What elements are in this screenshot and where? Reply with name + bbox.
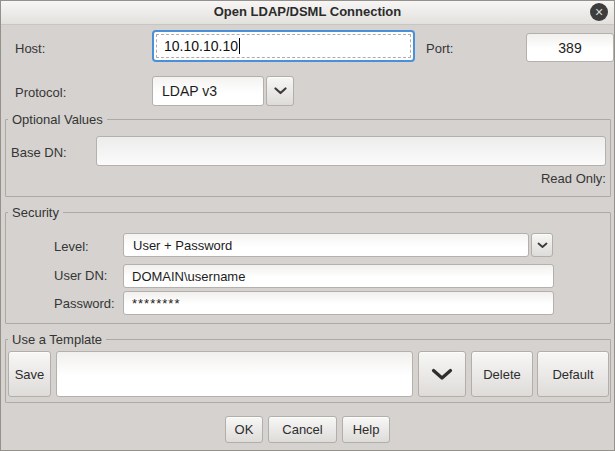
level-value: User + Password bbox=[133, 238, 232, 253]
host-value: 10.10.10.10 bbox=[164, 38, 240, 54]
user-dn-label: User DN: bbox=[54, 268, 107, 283]
protocol-label: Protocol: bbox=[15, 85, 66, 100]
window-title: Open LDAP/DSML Connection bbox=[1, 4, 614, 19]
host-input[interactable]: 10.10.10.10 bbox=[152, 30, 415, 62]
delete-button[interactable]: Delete bbox=[471, 351, 533, 397]
password-input[interactable] bbox=[123, 291, 554, 315]
open-ldap-dialog: Open LDAP/DSML Connection ✕ Host: 10.10.… bbox=[0, 0, 615, 451]
chevron-down-icon bbox=[274, 87, 287, 95]
default-button[interactable]: Default bbox=[537, 351, 609, 397]
template-legend: Use a Template bbox=[8, 332, 106, 347]
read-only-label: Read Only: bbox=[451, 171, 606, 186]
save-button[interactable]: Save bbox=[8, 351, 51, 397]
template-input[interactable] bbox=[56, 351, 413, 397]
port-input[interactable] bbox=[526, 33, 614, 62]
ok-button[interactable]: OK bbox=[225, 416, 263, 443]
cancel-button[interactable]: Cancel bbox=[268, 416, 337, 443]
close-button[interactable]: ✕ bbox=[590, 3, 608, 21]
chevron-down-icon bbox=[431, 368, 453, 381]
protocol-value: LDAP v3 bbox=[162, 83, 217, 99]
security-legend: Security bbox=[8, 205, 63, 220]
close-icon: ✕ bbox=[594, 7, 603, 18]
help-button[interactable]: Help bbox=[342, 416, 390, 443]
host-label: Host: bbox=[15, 41, 45, 56]
user-dn-input[interactable] bbox=[123, 264, 554, 288]
optional-values-legend: Optional Values bbox=[8, 112, 107, 127]
port-label: Port: bbox=[426, 41, 453, 56]
base-dn-label: Base DN: bbox=[11, 145, 67, 160]
level-select[interactable]: User + Password bbox=[123, 233, 529, 257]
titlebar: Open LDAP/DSML Connection ✕ bbox=[1, 1, 614, 25]
protocol-select[interactable]: LDAP v3 bbox=[152, 76, 264, 106]
text-caret bbox=[239, 38, 240, 54]
password-label: Password: bbox=[54, 296, 115, 311]
base-dn-input[interactable] bbox=[96, 136, 606, 166]
template-dropdown-button[interactable] bbox=[418, 351, 466, 397]
chevron-down-icon bbox=[537, 242, 548, 249]
level-label: Level: bbox=[54, 239, 89, 254]
level-dropdown-button[interactable] bbox=[531, 233, 553, 257]
protocol-dropdown-button[interactable] bbox=[266, 76, 294, 106]
